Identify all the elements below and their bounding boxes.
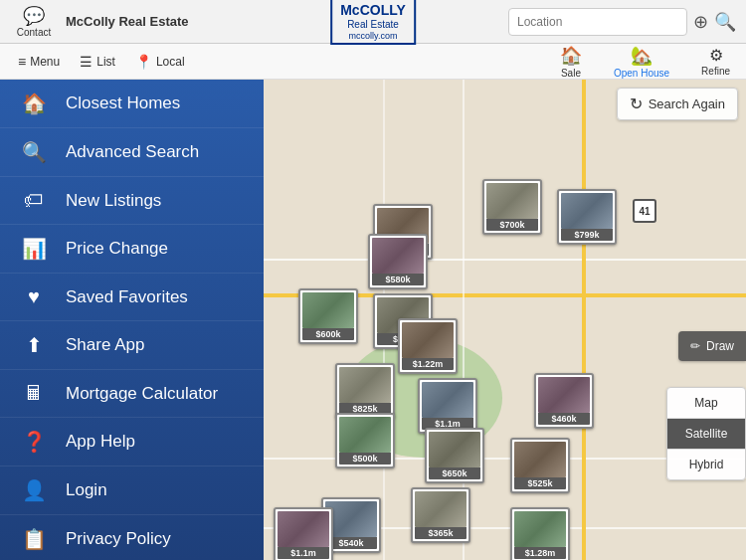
gps-icon[interactable]: ⊕	[693, 11, 708, 33]
sidebar-item-closest-homes[interactable]: 🏠 Closest Homes	[0, 80, 264, 128]
new-listings-label: New Listings	[66, 191, 161, 211]
refine-button[interactable]: ⚙ Refine	[695, 44, 736, 79]
location-input[interactable]	[508, 8, 687, 36]
pin-price-1: $700k	[486, 219, 538, 231]
sidebar-item-privacy-policy[interactable]: 📋 Privacy Policy	[0, 515, 264, 560]
search-again-button[interactable]: ↻ Search Again	[617, 88, 738, 120]
sale-icon: 🏠	[560, 45, 582, 67]
refine-icon: ⚙	[709, 46, 723, 65]
sidebar-item-advanced-search[interactable]: 🔍 Advanced Search	[0, 128, 264, 177]
pencil-icon: ✏	[690, 339, 700, 353]
price-change-icon: 📊	[20, 237, 48, 261]
pin-image-6	[402, 322, 454, 358]
map-pin-6[interactable]: $1.22m	[398, 318, 458, 374]
local-button[interactable]: 📍 Local	[127, 50, 193, 74]
open-house-label: Open House	[614, 68, 669, 79]
sidebar: 🏠 Closest Homes 🔍 Advanced Search 🏷 New …	[0, 80, 264, 560]
map-pin-9[interactable]: $460k	[534, 373, 594, 429]
pin-image-8	[422, 382, 473, 418]
toolbar: ≡ Menu ☰ List 📍 Local 🏠 Sale 🏡 Open Hous…	[0, 44, 746, 80]
open-house-icon: 🏡	[631, 45, 653, 67]
logo-line1: McCOLLY	[340, 2, 406, 19]
pin-price-13: $365k	[415, 527, 466, 539]
sidebar-item-app-help[interactable]: ❓ App Help	[0, 418, 264, 467]
list-label: List	[96, 55, 115, 69]
search-icon[interactable]: 🔍	[714, 11, 736, 33]
list-icon: ☰	[80, 54, 93, 70]
login-icon: 👤	[20, 478, 48, 502]
map-pin-1[interactable]: $700k	[482, 179, 542, 235]
privacy-policy-icon: 📋	[20, 527, 48, 551]
map-pin-13[interactable]: $365k	[411, 487, 470, 543]
logo-line2: Real Estate	[340, 19, 406, 31]
price-change-label: Price Change	[66, 239, 168, 259]
map-area[interactable]: 41 ↻ Search Again ✏ Draw Map Satellite H…	[264, 80, 746, 560]
map-pin-10[interactable]: $500k	[335, 413, 395, 468]
sidebar-item-share-app[interactable]: ⬆ Share App	[0, 321, 264, 370]
company-name: McColly Real Estate	[66, 14, 189, 29]
hybrid-view-button[interactable]: Hybrid	[667, 450, 745, 479]
mortgage-calculator-icon: 🖩	[20, 382, 48, 405]
open-house-tab[interactable]: 🏡 Open House	[608, 43, 675, 81]
pin-icon: 📍	[135, 54, 152, 70]
draw-label: Draw	[706, 339, 734, 353]
list-button[interactable]: ☰ List	[72, 50, 123, 74]
map-pin-12[interactable]: $525k	[510, 438, 570, 493]
closest-homes-label: Closest Homes	[66, 93, 180, 113]
satellite-view-button[interactable]: Satellite	[667, 419, 745, 450]
route-number: 41	[639, 206, 650, 217]
app-help-label: App Help	[66, 432, 135, 452]
sidebar-item-new-listings[interactable]: 🏷 New Listings	[0, 177, 264, 225]
menu-icon: ≡	[18, 54, 26, 70]
share-app-label: Share App	[66, 335, 144, 355]
pin-price-16: $1.28m	[514, 547, 566, 559]
map-controls: Map Satellite Hybrid	[666, 387, 746, 480]
map-pin-8[interactable]: $1.1m	[418, 378, 477, 434]
hybrid-label: Hybrid	[689, 458, 724, 471]
pin-image-4	[302, 292, 354, 328]
sale-tab[interactable]: 🏠 Sale	[554, 43, 588, 81]
pin-price-6: $1.22m	[402, 358, 454, 370]
road-h1	[264, 259, 746, 261]
pin-image-16	[514, 511, 566, 547]
map-pin-15[interactable]: $1.1m	[274, 507, 333, 560]
toolbar-right: 🏠 Sale 🏡 Open House ⚙ Refine	[554, 43, 736, 81]
pin-image-3	[372, 238, 424, 274]
sidebar-item-price-change[interactable]: 📊 Price Change	[0, 225, 264, 274]
logo-box: McCOLLY Real Estate mccolly.com	[330, 0, 416, 45]
road-yellow-v	[582, 80, 586, 560]
map-pin-4[interactable]: $600k	[298, 288, 358, 344]
sidebar-item-mortgage-calculator[interactable]: 🖩 Mortgage Calculator	[0, 370, 264, 418]
map-pin-3[interactable]: $580k	[368, 234, 428, 289]
menu-button[interactable]: ≡ Menu	[10, 50, 68, 74]
pin-image-2	[561, 193, 613, 229]
app-help-icon: ❓	[20, 430, 48, 454]
pin-image-15	[278, 511, 329, 547]
pin-image-9	[538, 377, 590, 413]
main-content: 🏠 Closest Homes 🔍 Advanced Search 🏷 New …	[0, 80, 746, 560]
map-pin-7[interactable]: $825k	[335, 363, 395, 419]
map-view-button[interactable]: Map	[667, 388, 745, 419]
search-bar: ⊕ 🔍	[508, 8, 736, 36]
pin-price-11: $650k	[429, 467, 480, 479]
contact-button[interactable]: 💬 Contact	[10, 5, 58, 38]
map-pin-11[interactable]: $650k	[425, 428, 484, 483]
refresh-icon: ↻	[630, 94, 643, 113]
new-listings-icon: 🏷	[20, 189, 48, 212]
map-pin-16[interactable]: $1.28m	[510, 507, 570, 560]
map-pin-2[interactable]: $799k	[557, 189, 617, 245]
logo: McCOLLY Real Estate mccolly.com	[330, 0, 416, 45]
pin-image-10	[339, 417, 391, 453]
pin-image-12	[514, 442, 566, 477]
draw-button[interactable]: ✏ Draw	[678, 331, 746, 361]
sale-label: Sale	[561, 68, 581, 79]
saved-favorites-label: Saved Favorites	[66, 287, 188, 307]
share-app-icon: ⬆	[20, 333, 48, 357]
refine-label: Refine	[701, 66, 730, 77]
pin-price-15: $1.1m	[278, 547, 329, 559]
sidebar-item-login[interactable]: 👤 Login	[0, 467, 264, 515]
advanced-search-icon: 🔍	[20, 140, 48, 164]
closest-homes-icon: 🏠	[20, 92, 48, 115]
sidebar-item-saved-favorites[interactable]: ♥ Saved Favorites	[0, 274, 264, 321]
privacy-policy-label: Privacy Policy	[66, 529, 171, 549]
